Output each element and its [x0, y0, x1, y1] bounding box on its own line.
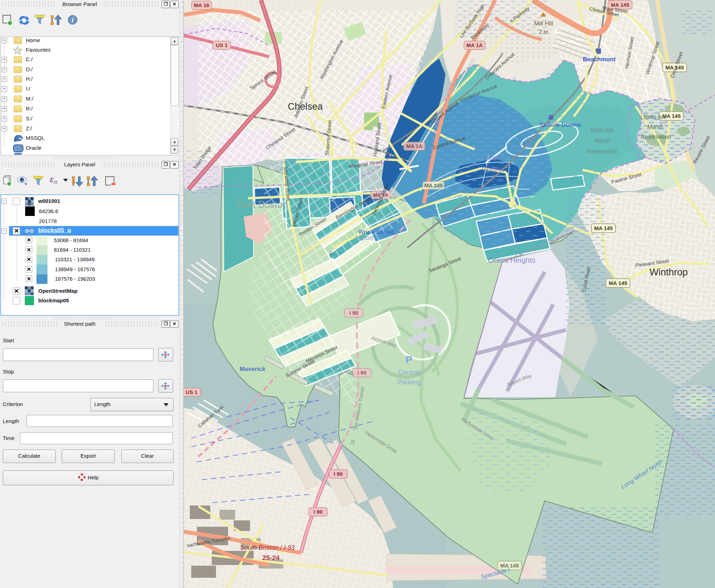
svg-text:Heights: Heights	[482, 165, 505, 173]
svg-text:Belle Isle: Belle Isle	[644, 114, 667, 120]
svg-text:Chelsea: Chelsea	[276, 159, 296, 165]
svg-text:East Boston: East Boston	[236, 199, 288, 210]
svg-text:Orient Heights: Orient Heights	[488, 256, 535, 264]
svg-text:Mill Hill: Mill Hill	[534, 20, 553, 27]
svg-text:Beachmont: Beachmont	[583, 56, 616, 63]
svg-text:Maverick: Maverick	[240, 366, 266, 372]
svg-text:MA 145: MA 145	[424, 182, 443, 188]
svg-text:i: i	[72, 16, 74, 24]
svg-text:25-24: 25-24	[262, 554, 280, 561]
svg-text:Marsh: Marsh	[594, 138, 610, 144]
svg-text:Chelsea: Chelsea	[288, 101, 323, 112]
svg-text:South Boston / I-93: South Boston / I-93	[240, 544, 295, 551]
svg-text:Marsh: Marsh	[647, 124, 663, 130]
svg-text:MA 16: MA 16	[194, 2, 209, 8]
svg-text:Parking: Parking	[398, 378, 420, 386]
svg-text:Suffolk Downs: Suffolk Downs	[539, 121, 581, 128]
svg-text:I 90: I 90	[334, 471, 342, 477]
svg-text:Central: Central	[398, 369, 420, 376]
svg-text:Belle Isle: Belle Isle	[591, 127, 614, 133]
svg-text:MA 1A: MA 1A	[466, 42, 483, 48]
svg-text:River: River	[280, 166, 293, 172]
svg-text:P: P	[405, 354, 413, 365]
svg-text:Airport: Airport	[354, 234, 373, 241]
svg-text:US 1: US 1	[186, 389, 197, 395]
svg-text:ε: ε	[50, 175, 54, 184]
svg-text:MA 145: MA 145	[609, 280, 627, 286]
svg-text:Orient: Orient	[484, 154, 503, 161]
svg-text:I 90: I 90	[313, 509, 322, 515]
svg-text:Reservation: Reservation	[641, 134, 671, 140]
svg-text:MA 1A: MA 1A	[406, 143, 422, 149]
svg-text:US 1: US 1	[216, 42, 227, 48]
svg-text:MA 145: MA 145	[594, 225, 613, 231]
svg-text:Reservation: Reservation	[587, 148, 617, 154]
svg-text:26: 26	[350, 439, 356, 445]
svg-text:Winthrop: Winthrop	[649, 267, 688, 278]
svg-text:47 m: 47 m	[489, 177, 501, 183]
svg-text:I 90: I 90	[357, 370, 366, 376]
svg-text:I 90: I 90	[349, 310, 358, 316]
svg-text:2 m: 2 m	[539, 29, 549, 35]
